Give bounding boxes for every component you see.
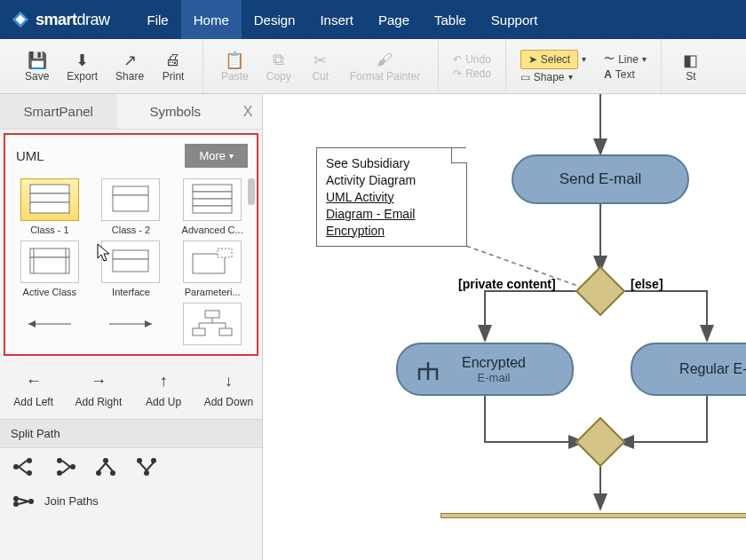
- share-button[interactable]: ↗Share: [107, 47, 153, 86]
- chevron-down-icon: ▾: [229, 151, 234, 161]
- share-icon: ↗: [123, 51, 137, 70]
- svg-point-45: [144, 470, 149, 476]
- edge-label-private: [private content]: [458, 277, 556, 291]
- svg-point-39: [57, 470, 62, 476]
- add-left-button[interactable]: ←Add Left: [4, 367, 63, 414]
- svg-rect-12: [30, 257, 69, 273]
- symbol-hierarchy[interactable]: [173, 303, 251, 349]
- note-annotation[interactable]: See Subsidiary Activity Diagram UML Acti…: [316, 147, 467, 247]
- copy-button[interactable]: ⧉Copy: [258, 47, 300, 86]
- node-send-email[interactable]: Send E-mail: [512, 154, 689, 204]
- note-link[interactable]: Encryption: [326, 223, 457, 240]
- svg-rect-10: [193, 206, 232, 213]
- symbols-panel: UML More▾ Class - 1 Class - 2 Advanced: [4, 133, 258, 356]
- line-tool[interactable]: 〜Line▾: [604, 51, 647, 67]
- cut-icon: ✂: [313, 51, 327, 70]
- undo-icon: ↶: [453, 53, 462, 66]
- add-down-button[interactable]: ↓Add Down: [199, 367, 258, 414]
- side-panel: SmartPanel Symbols X UML More▾ Class - 1…: [0, 94, 263, 560]
- svg-point-48: [137, 458, 142, 463]
- symbol-class-2[interactable]: Class - 2: [92, 178, 171, 235]
- split-right-icon[interactable]: [12, 457, 36, 477]
- svg-rect-9: [193, 199, 232, 206]
- svg-rect-24: [193, 328, 205, 335]
- arrow-right-icon: →: [91, 372, 107, 390]
- symbol-label: Class - 2: [112, 225, 150, 235]
- cut-button[interactable]: ✂Cut: [300, 47, 341, 86]
- scrollbar-thumb[interactable]: [248, 178, 255, 205]
- symbol-interface[interactable]: Interface: [92, 241, 171, 297]
- split-up-icon[interactable]: [135, 457, 158, 477]
- svg-line-46: [139, 462, 147, 470]
- svg-point-50: [13, 496, 19, 501]
- print-icon: 🖨: [165, 51, 181, 70]
- node-encrypted-email[interactable]: Encrypted E-mail: [396, 343, 574, 396]
- symbol-active-class[interactable]: Active Class: [11, 241, 89, 297]
- chevron-down-icon: ▾: [582, 54, 586, 64]
- split-down-icon[interactable]: [94, 457, 117, 477]
- join-paths-button[interactable]: Join Paths: [0, 485, 262, 517]
- join-icon: [12, 495, 36, 508]
- text-tool[interactable]: AText: [604, 68, 647, 81]
- print-button[interactable]: 🖨Print: [153, 47, 194, 86]
- split-left-icon[interactable]: [53, 457, 76, 477]
- svg-point-34: [27, 470, 32, 476]
- paste-icon: 📋: [225, 51, 244, 70]
- export-button[interactable]: ⬇Export: [58, 47, 107, 86]
- symbol-assoc-right[interactable]: [92, 303, 171, 349]
- note-link[interactable]: UML Activity: [326, 189, 457, 206]
- format-painter-button[interactable]: 🖌Format Painter: [341, 47, 429, 86]
- save-button[interactable]: 💾Save: [16, 47, 58, 86]
- paste-button[interactable]: 📋Paste: [212, 47, 258, 86]
- tab-symbols[interactable]: Symbols: [117, 94, 234, 129]
- arrow-left-icon: ←: [26, 372, 42, 390]
- symbol-parameterized[interactable]: Parameteri...: [173, 241, 251, 297]
- svg-rect-5: [113, 186, 148, 195]
- add-right-button[interactable]: →Add Right: [68, 367, 128, 414]
- style-button[interactable]: ◧St: [671, 47, 711, 86]
- add-up-button[interactable]: ↑Add Up: [134, 367, 194, 414]
- menu-support[interactable]: Support: [479, 0, 551, 39]
- symbol-advanced-class[interactable]: Advanced C...: [173, 178, 251, 235]
- svg-point-33: [27, 458, 32, 463]
- save-icon: 💾: [28, 51, 47, 70]
- shape-tool[interactable]: ▭Shape▾: [520, 71, 586, 83]
- decision-diamond[interactable]: [575, 266, 626, 317]
- export-icon: ⬇: [75, 51, 89, 70]
- split-path-header: Split Path: [0, 419, 262, 448]
- svg-rect-7: [193, 185, 232, 192]
- undo-button[interactable]: ↶Undo: [453, 53, 491, 66]
- svg-line-41: [99, 463, 106, 471]
- menu-home[interactable]: Home: [181, 0, 242, 39]
- more-button[interactable]: More▾: [185, 144, 248, 168]
- canvas[interactable]: See Subsidiary Activity Diagram UML Acti…: [263, 94, 746, 560]
- symbol-label: Active Class: [23, 287, 77, 297]
- menu-insert[interactable]: Insert: [307, 0, 366, 39]
- svg-point-40: [103, 458, 108, 463]
- note-fold-icon: [451, 147, 467, 163]
- tab-smartpanel[interactable]: SmartPanel: [0, 94, 117, 129]
- merge-diamond[interactable]: [575, 417, 626, 468]
- menu-table[interactable]: Table: [422, 0, 479, 39]
- symbol-assoc-left[interactable]: [11, 303, 89, 349]
- shape-icon: ▭: [520, 71, 530, 83]
- menu-file[interactable]: File: [135, 0, 181, 39]
- menu-page[interactable]: Page: [366, 0, 422, 39]
- svg-point-54: [28, 499, 34, 504]
- svg-rect-23: [205, 311, 219, 318]
- edge-label-else: [else]: [631, 277, 663, 291]
- svg-point-38: [57, 458, 62, 463]
- symbol-class-1[interactable]: Class - 1: [11, 178, 89, 235]
- menu-design[interactable]: Design: [242, 0, 308, 39]
- redo-button[interactable]: ↷Redo: [453, 67, 491, 80]
- side-close-button[interactable]: X: [234, 94, 262, 129]
- node-regular-email[interactable]: Regular E-m: [631, 343, 746, 396]
- note-link[interactable]: Diagram - Email: [326, 206, 457, 223]
- sync-bar[interactable]: [440, 513, 746, 518]
- symbol-label: Class - 1: [30, 225, 68, 235]
- svg-point-30: [13, 464, 19, 469]
- select-tool[interactable]: ➤Select▾: [520, 50, 586, 69]
- brush-icon: 🖌: [377, 51, 393, 70]
- note-line: See Subsidiary: [326, 155, 457, 172]
- svg-rect-11: [30, 248, 69, 257]
